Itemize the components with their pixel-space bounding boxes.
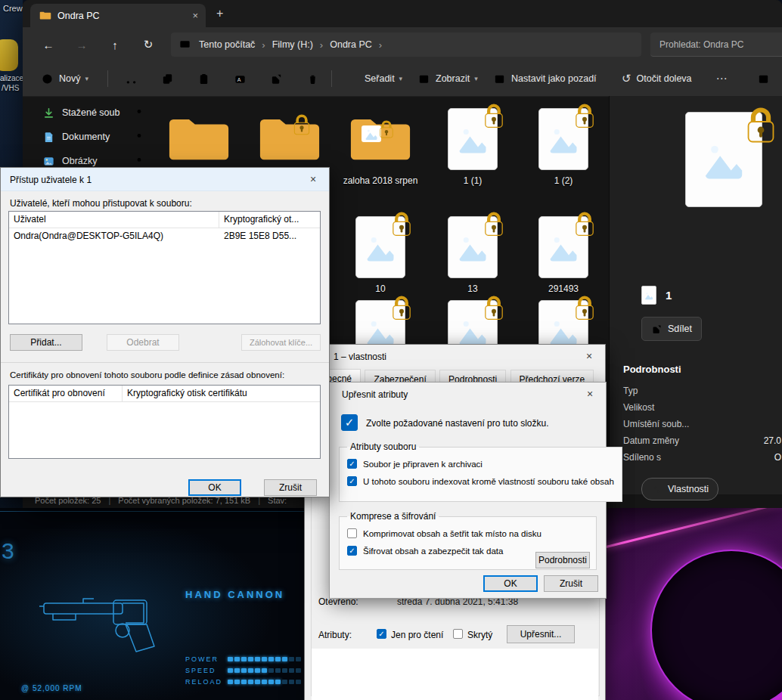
ok-button[interactable]: OK bbox=[483, 575, 538, 592]
back-button[interactable]: ← bbox=[36, 33, 61, 56]
file-tile-image[interactable]: 10 bbox=[339, 212, 422, 294]
up-button[interactable]: ↑ bbox=[103, 33, 127, 56]
attributes-label: Atributy: bbox=[318, 630, 352, 640]
compression-legend: Komprese a šifrování bbox=[347, 511, 439, 522]
more-button[interactable]: ⋯ bbox=[707, 66, 736, 91]
rotate-left-label: Otočit doleva bbox=[637, 73, 692, 84]
advanced-dialog-titlebar[interactable]: Upřesnit atributy × bbox=[330, 383, 606, 405]
tab-close-icon[interactable]: × bbox=[192, 10, 198, 21]
sort-label: Seřadit bbox=[365, 73, 395, 84]
command-chrome: ← → ↑ ↻ Tento počítač › Filmy (H:) › Ond… bbox=[23, 27, 782, 97]
image-icon bbox=[644, 291, 653, 300]
new-tab-button[interactable]: + bbox=[216, 7, 223, 20]
dialog-title: Upřesnit atributy bbox=[342, 389, 408, 400]
breadcrumb-item-this-pc[interactable]: Tento počítač bbox=[199, 39, 255, 50]
cancel-button[interactable]: Zrušit bbox=[264, 479, 317, 496]
new-button[interactable]: Nový ▾ bbox=[35, 66, 95, 91]
index-checkbox[interactable]: ✓ bbox=[347, 476, 357, 486]
ok-button[interactable]: OK bbox=[188, 479, 241, 496]
file-tile-folder-zaloha[interactable]: zaloha 2018 srpen bbox=[339, 104, 422, 186]
user-access-titlebar[interactable]: Přístup uživatele k 1 × bbox=[1, 168, 329, 191]
explorer-tab[interactable]: Ondra PC × bbox=[30, 4, 206, 27]
properties-dialog-titlebar[interactable]: 1 – vlastnosti × bbox=[305, 345, 605, 367]
users-table-row[interactable]: Ondra(Ondra@DESKTOP-G5ILA4Q) 2B9E 15E8 D… bbox=[9, 228, 320, 243]
breadcrumb-item-drive[interactable]: Filmy (H:) bbox=[272, 39, 313, 50]
encryption-details-button[interactable]: Podrobnosti bbox=[535, 552, 590, 568]
users-label: Uživatelé, kteří mohou přistupovat k sou… bbox=[10, 198, 192, 209]
search-input[interactable] bbox=[650, 33, 782, 57]
paste-button[interactable] bbox=[189, 66, 218, 91]
readonly-checkbox[interactable]: ✓ bbox=[377, 629, 386, 639]
close-icon[interactable]: × bbox=[578, 348, 600, 364]
file-tile-image[interactable]: 1 (1) bbox=[431, 104, 514, 186]
this-pc-icon bbox=[178, 39, 191, 51]
share-file-button[interactable]: Sdílet bbox=[641, 317, 702, 341]
sidebar-item-documents[interactable]: Dokumenty bbox=[33, 125, 160, 148]
pictures-icon bbox=[42, 155, 55, 168]
details-pane-toggle[interactable] bbox=[749, 66, 777, 91]
copy-icon bbox=[161, 73, 174, 85]
sidebar-item-downloads[interactable]: Stažené soub bbox=[33, 101, 160, 124]
set-background-button[interactable]: Nastavit jako pozadí bbox=[487, 66, 603, 91]
wallpaper-digit: 3 bbox=[2, 538, 14, 564]
close-icon[interactable]: × bbox=[579, 386, 601, 402]
file-tile-image[interactable]: 13 bbox=[431, 212, 514, 294]
refresh-button[interactable]: ↻ bbox=[136, 33, 160, 56]
column-header-user[interactable]: Uživatel bbox=[9, 212, 219, 228]
desktop-icon-label[interactable]: Crew bbox=[3, 4, 23, 13]
delete-button[interactable] bbox=[298, 66, 327, 91]
desktop-icon-label[interactable]: alizace bbox=[0, 74, 23, 82]
rename-button[interactable] bbox=[225, 66, 254, 91]
file-tile-folder-locked[interactable] bbox=[248, 104, 331, 175]
wallpaper-streak bbox=[605, 508, 782, 553]
sort-button[interactable]: Seřadit ▾ bbox=[340, 66, 408, 91]
intro-checkbox[interactable]: ✓ bbox=[341, 414, 358, 431]
encrypt-checkbox[interactable]: ✓ bbox=[347, 546, 357, 556]
remove-button[interactable]: Odebrat bbox=[107, 334, 179, 351]
wallpaper-motherboard-art bbox=[605, 508, 782, 700]
file-attributes-legend: Atributy souboru bbox=[347, 441, 419, 452]
cancel-button[interactable]: Zrušit bbox=[544, 575, 598, 592]
forward-button[interactable]: → bbox=[70, 33, 94, 56]
trash-icon bbox=[306, 73, 319, 85]
pin-icon bbox=[133, 156, 143, 166]
hidden-checkbox[interactable] bbox=[453, 629, 463, 639]
close-icon[interactable]: × bbox=[302, 171, 324, 187]
view-icon bbox=[417, 73, 430, 85]
stat-label: POWER bbox=[185, 655, 228, 663]
copy-button[interactable] bbox=[153, 66, 182, 91]
desktop-icon-label[interactable]: /VHS bbox=[2, 84, 19, 92]
add-button[interactable]: Přidat... bbox=[10, 334, 82, 351]
toolbar-divider bbox=[331, 70, 332, 87]
preview-thumbnail bbox=[685, 112, 762, 207]
rotate-left-button[interactable]: ↺ Otočit doleva bbox=[616, 66, 698, 91]
view-button[interactable]: Zobrazit ▾ bbox=[411, 66, 484, 91]
column-header-cert-thumbprint[interactable]: Kryptografický otisk certifikátu bbox=[123, 386, 320, 401]
advanced-button[interactable]: Upřesnit... bbox=[507, 625, 575, 643]
file-tile-image[interactable]: 1 (2) bbox=[522, 104, 605, 186]
file-tile-image[interactable]: 291493 bbox=[522, 212, 605, 294]
chevron-right-icon: › bbox=[262, 39, 265, 51]
file-label: 13 bbox=[431, 283, 514, 294]
intro-text: Zvolte požadované nastavení pro tuto slo… bbox=[366, 418, 548, 429]
stat-label: SPEED bbox=[185, 667, 228, 674]
user-cell: Ondra(Ondra@DESKTOP-G5ILA4Q) bbox=[9, 228, 219, 243]
detail-row-value: O bbox=[774, 452, 781, 463]
recovery-table[interactable]: Certifikát pro obnovení Kryptografický o… bbox=[8, 385, 321, 459]
archive-checkbox[interactable]: ✓ bbox=[347, 459, 357, 469]
compress-checkbox[interactable] bbox=[347, 528, 357, 538]
file-label: 10 bbox=[339, 283, 422, 294]
column-header-thumbprint[interactable]: Kryptografický ot... bbox=[219, 212, 320, 228]
archive-row: ✓ Soubor je připraven k archivaci bbox=[347, 455, 614, 472]
users-table[interactable]: Uživatel Kryptografický ot... Ondra(Ondr… bbox=[8, 211, 321, 324]
image-icon bbox=[493, 73, 506, 85]
file-label: 1 (1) bbox=[431, 175, 514, 186]
breadcrumb-item-folder[interactable]: Ondra PC bbox=[330, 39, 372, 50]
image-icon bbox=[365, 127, 378, 141]
backup-keys-button[interactable]: Zálohovat klíče... bbox=[241, 334, 321, 351]
file-tile-folder[interactable] bbox=[157, 104, 240, 175]
share-button[interactable] bbox=[262, 66, 290, 91]
column-header-recovery-cert[interactable]: Certifikát pro obnovení bbox=[9, 386, 123, 401]
share-icon bbox=[270, 73, 283, 85]
cut-button[interactable] bbox=[116, 66, 145, 91]
